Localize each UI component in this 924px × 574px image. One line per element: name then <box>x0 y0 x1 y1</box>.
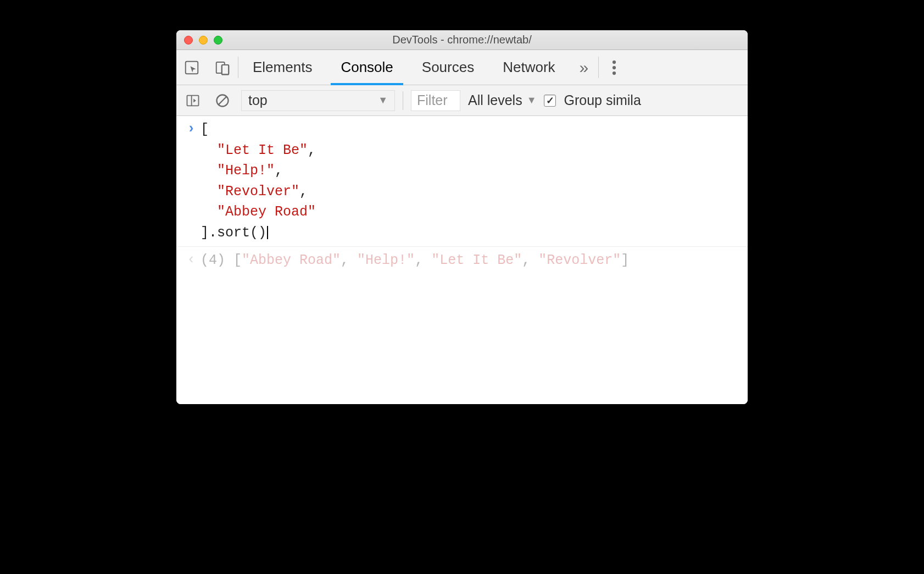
group-similar-label: Group simila <box>564 92 641 108</box>
filter-placeholder: Filter <box>417 92 448 108</box>
overflow-tabs-button[interactable]: » <box>570 50 599 85</box>
group-similar-checkbox[interactable] <box>544 95 556 107</box>
console-toolbar: top ▼ Filter All levels ▼ Group simila <box>176 85 748 116</box>
window-controls <box>176 36 222 45</box>
separator <box>403 91 403 110</box>
inspect-element-button[interactable] <box>176 50 207 85</box>
filter-input[interactable]: Filter <box>411 90 460 111</box>
tab-network[interactable]: Network <box>488 50 569 85</box>
titlebar: DevTools - chrome://newtab/ <box>176 30 748 50</box>
devtools-window: DevTools - chrome://newtab/ Elements Con… <box>176 30 748 404</box>
svg-point-4 <box>613 60 616 63</box>
chevron-down-icon: ▼ <box>527 95 537 106</box>
close-window-button[interactable] <box>184 36 193 45</box>
svg-point-5 <box>613 65 616 69</box>
tab-label: Elements <box>253 59 312 76</box>
zoom-window-button[interactable] <box>214 36 222 45</box>
console-input-entry[interactable]: › [ "Let It Be", "Help!", "Revolver", "A… <box>176 116 748 247</box>
text-cursor <box>267 226 268 239</box>
devtools-tabstrip: Elements Console Sources Network » <box>176 50 748 85</box>
execution-context-select[interactable]: top ▼ <box>241 90 395 111</box>
svg-line-10 <box>219 97 226 104</box>
tab-label: Sources <box>422 59 474 76</box>
window-title: DevTools - chrome://newtab/ <box>176 34 748 46</box>
svg-point-6 <box>613 71 616 74</box>
console-output: › [ "Let It Be", "Help!", "Revolver", "A… <box>176 116 748 404</box>
device-toggle-button[interactable] <box>207 50 238 85</box>
toggle-sidebar-button[interactable] <box>182 90 204 112</box>
output-arrow-icon: ‹ <box>187 252 195 268</box>
tab-elements[interactable]: Elements <box>238 50 326 85</box>
log-levels-select[interactable]: All levels ▼ <box>468 92 536 108</box>
tab-sources[interactable]: Sources <box>408 50 488 85</box>
tab-label: Console <box>341 59 393 76</box>
context-value: top <box>248 92 268 108</box>
levels-label: All levels <box>468 92 522 108</box>
tab-console[interactable]: Console <box>326 50 407 85</box>
input-arrow-icon: › <box>187 121 195 137</box>
settings-kebab-button[interactable] <box>599 50 630 85</box>
svg-rect-7 <box>187 95 199 106</box>
tab-label: Network <box>503 59 555 76</box>
console-eager-evaluation: ‹ (4) ["Abbey Road", "Help!", "Let It Be… <box>176 247 748 274</box>
console-output-code: (4) ["Abbey Road", "Help!", "Let It Be",… <box>201 250 629 271</box>
chevron-down-icon: ▼ <box>378 95 388 106</box>
console-input-code: [ "Let It Be", "Help!", "Revolver", "Abb… <box>201 119 316 243</box>
svg-rect-2 <box>222 65 229 75</box>
minimize-window-button[interactable] <box>199 36 208 45</box>
clear-console-button[interactable] <box>211 90 233 112</box>
